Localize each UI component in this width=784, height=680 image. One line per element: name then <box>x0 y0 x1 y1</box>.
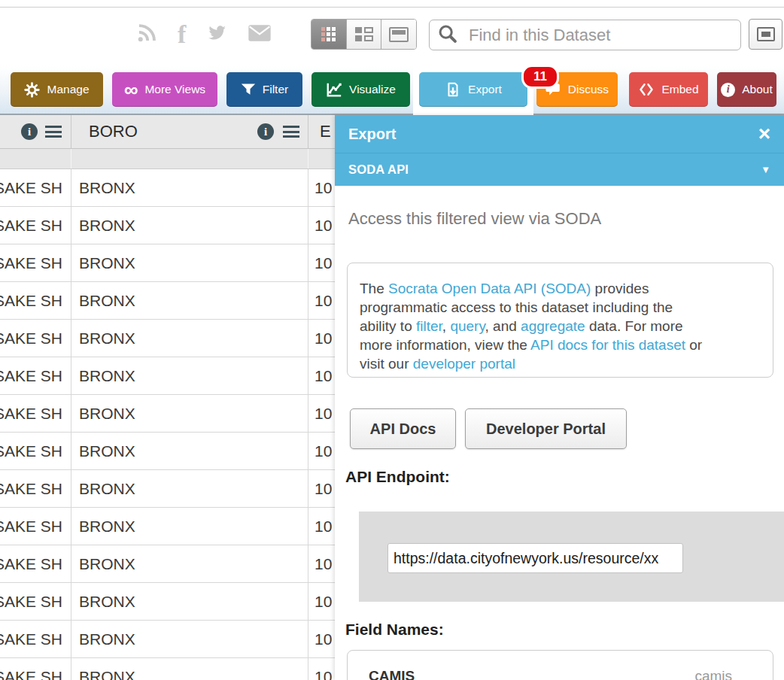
api-docs-button[interactable]: API Docs <box>350 408 456 449</box>
discuss-count-badge: 11 <box>521 65 559 89</box>
cell-name[interactable]: SAKE SH <box>0 545 71 582</box>
cell-boro[interactable]: BRONX <box>71 583 308 620</box>
table-row[interactable]: SAKE SHBRONX10 <box>0 244 335 282</box>
rich-list-view-toggle[interactable] <box>347 20 382 49</box>
table-row[interactable]: SAKE SHBRONX10 <box>0 621 335 658</box>
cell-name[interactable]: SAKE SH <box>0 583 71 620</box>
column-header-3[interactable]: E <box>308 115 335 148</box>
table-view-toggle[interactable] <box>311 20 347 49</box>
export-button[interactable]: Export <box>419 72 527 107</box>
inline-link[interactable]: filter <box>416 318 442 334</box>
table-row[interactable]: SAKE SHBRONX10 <box>0 320 335 357</box>
column-header-1[interactable]: i <box>0 115 71 148</box>
cell-boro[interactable]: BRONX <box>71 470 308 507</box>
cell-boro[interactable]: BRONX <box>71 169 308 206</box>
column-menu-icon[interactable] <box>283 126 299 138</box>
more-views-label: More Views <box>144 83 205 96</box>
panel-title: Export <box>348 126 396 143</box>
inline-link[interactable]: API docs for this dataset <box>530 337 685 353</box>
manage-label: Manage <box>47 83 89 96</box>
table-row[interactable]: SAKE SHBRONX10 <box>0 169 335 207</box>
table-row[interactable]: SAKE SHBRONX10 <box>0 395 335 433</box>
cell-zip[interactable]: 10 <box>308 470 335 507</box>
api-endpoint-input[interactable] <box>387 543 683 573</box>
close-icon[interactable]: × <box>758 126 770 141</box>
cell-boro[interactable]: BRONX <box>71 395 308 432</box>
cell-boro[interactable]: BRONX <box>71 320 308 357</box>
cell-boro[interactable]: BRONX <box>71 244 308 281</box>
cell-name[interactable]: SAKE SH <box>0 470 71 507</box>
cell-boro[interactable]: BRONX <box>71 357 308 394</box>
table-row[interactable]: SAKE SHBRONX10 <box>0 470 335 508</box>
search-input[interactable] <box>469 26 733 45</box>
cell-name[interactable]: SAKE SH <box>0 395 71 432</box>
table-row[interactable]: SAKE SHBRONX10 <box>0 357 335 395</box>
table-row[interactable]: SAKE SHBRONX10 <box>0 508 335 545</box>
cell-name[interactable]: SAKE SH <box>0 508 71 545</box>
inline-link[interactable]: Socrata Open Data API (SODA) <box>388 281 591 296</box>
cell-zip[interactable]: 10 <box>308 545 335 582</box>
cell-boro[interactable]: BRONX <box>71 621 308 657</box>
api-endpoint-box <box>359 512 784 602</box>
column-menu-icon[interactable] <box>45 126 62 138</box>
table-row[interactable]: SAKE SHBRONX10 <box>0 433 335 470</box>
soda-api-section-header[interactable]: SODA API ▼ <box>335 153 784 186</box>
developer-portal-button[interactable]: Developer Portal <box>465 408 627 449</box>
cell-zip[interactable]: 10 <box>308 508 335 545</box>
visualize-button[interactable]: Visualize <box>311 72 410 107</box>
cell-name[interactable]: SAKE SH <box>0 433 71 469</box>
cell-zip[interactable]: 10 <box>308 433 335 469</box>
about-button[interactable]: i About <box>717 72 776 107</box>
column-title: BORO <box>89 122 138 141</box>
manage-button[interactable]: Manage <box>11 72 103 107</box>
table-row[interactable]: SAKE SHBRONX10 <box>0 583 335 621</box>
export-doc-icon <box>445 81 461 98</box>
cell-zip[interactable]: 10 <box>308 395 335 432</box>
info-icon[interactable]: i <box>257 123 274 140</box>
cell-name[interactable]: SAKE SH <box>0 169 71 206</box>
cell-name[interactable]: SAKE SH <box>0 244 71 281</box>
cell-boro[interactable]: BRONX <box>71 207 308 244</box>
cell-boro[interactable]: BRONX <box>71 658 308 680</box>
cell-boro[interactable]: BRONX <box>71 433 308 469</box>
inline-text: or <box>685 337 702 353</box>
cell-name[interactable]: SAKE SH <box>0 320 71 357</box>
cell-zip[interactable]: 10 <box>308 169 335 206</box>
table-row[interactable]: SAKE SHBRONX10 <box>0 207 335 244</box>
cell-zip[interactable]: 10 <box>308 207 335 244</box>
cell-boro[interactable]: BRONX <box>71 508 308 545</box>
cell-zip[interactable]: 10 <box>308 320 335 357</box>
table-row[interactable]: SAKE SHBRONX10 <box>0 545 335 583</box>
fullscreen-button[interactable] <box>749 19 782 50</box>
cell-name[interactable]: SAKE SH <box>0 621 71 657</box>
facebook-icon[interactable]: f <box>178 23 186 46</box>
column-header-boro[interactable]: BORO i <box>71 115 308 148</box>
cell-zip[interactable]: 10 <box>308 244 335 281</box>
table-row[interactable]: SAKE SHBRONX10 <box>0 658 335 680</box>
cell-zip[interactable]: 10 <box>308 658 335 680</box>
cell-name[interactable]: SAKE SH <box>0 207 71 244</box>
table-row[interactable]: SAKE SHBRONX10 <box>0 282 335 320</box>
rss-icon[interactable] <box>135 22 158 47</box>
twitter-icon[interactable] <box>205 23 228 46</box>
cell-name[interactable]: SAKE SH <box>0 282 71 319</box>
inline-link[interactable]: query <box>450 318 485 334</box>
inline-link[interactable]: aggregate <box>521 318 585 334</box>
filter-button[interactable]: Filter <box>226 72 302 107</box>
cell-boro[interactable]: BRONX <box>71 282 308 319</box>
cell-boro[interactable]: BRONX <box>71 545 308 582</box>
field-row: CAMIScamis <box>369 668 752 680</box>
page-view-toggle[interactable] <box>381 20 416 49</box>
inline-text: ability to <box>360 318 416 334</box>
more-views-button[interactable]: ∞ More Views <box>112 72 217 107</box>
info-icon[interactable]: i <box>21 123 38 140</box>
cell-name[interactable]: SAKE SH <box>0 357 71 394</box>
cell-zip[interactable]: 10 <box>308 621 335 657</box>
email-icon[interactable] <box>248 24 272 45</box>
inline-link[interactable]: developer portal <box>413 356 515 372</box>
cell-name[interactable]: SAKE SH <box>0 658 71 680</box>
cell-zip[interactable]: 10 <box>308 583 335 620</box>
cell-zip[interactable]: 10 <box>308 357 335 394</box>
embed-button[interactable]: Embed <box>629 72 708 107</box>
cell-zip[interactable]: 10 <box>308 282 335 319</box>
